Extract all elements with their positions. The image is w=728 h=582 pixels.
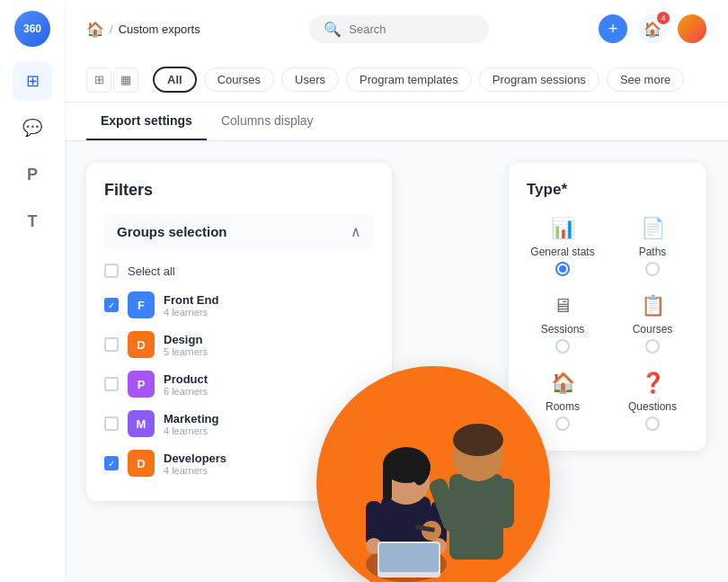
paths-label: Paths	[639, 246, 667, 258]
group-info-design: Design 5 learners	[164, 333, 374, 357]
search-icon: 🔍	[324, 21, 342, 38]
sidebar: 360 ⊞ 💬 P T	[0, 0, 65, 582]
filter-bar: ⊞ ▦ All Courses Users Program templates …	[65, 58, 728, 103]
filters-title: Filters	[104, 181, 374, 200]
home-icon: ⊞	[26, 71, 40, 91]
group-avatar-product: P	[128, 371, 155, 398]
search-input[interactable]	[349, 22, 475, 36]
type-item-questions[interactable]: ❓ Questions	[617, 372, 688, 431]
filter-program-templates[interactable]: Program templates	[346, 67, 472, 92]
group-name-design: Design	[164, 333, 374, 346]
general-stats-radio[interactable]	[555, 262, 570, 276]
rooms-radio[interactable]	[555, 416, 570, 431]
breadcrumb-current: Custom exports	[119, 22, 200, 36]
type-item-sessions[interactable]: 🖥 Sessions	[527, 294, 599, 354]
questions-icon: ❓	[641, 372, 665, 395]
sidebar-item-p[interactable]: P	[13, 155, 52, 194]
tabs: Export settings Columns display	[65, 103, 728, 141]
groups-selection-header[interactable]: Groups selection ∧	[104, 214, 374, 249]
tab-columns-display[interactable]: Columns display	[207, 103, 328, 140]
groups-selection-title: Groups selection	[117, 224, 227, 239]
group-checkbox-design[interactable]	[104, 337, 119, 352]
svg-point-14	[453, 424, 503, 456]
search-bar[interactable]: 🔍	[309, 15, 489, 43]
courses-icon: 📋	[641, 294, 665, 318]
group-avatar-frontend: F	[128, 291, 155, 318]
type-item-paths[interactable]: 📄 Paths	[617, 217, 688, 276]
paths-icon: 📄	[641, 217, 665, 240]
sidebar-item-chat[interactable]: 💬	[13, 108, 52, 148]
type-item-courses[interactable]: 📋 Courses	[617, 294, 688, 354]
group-row-product: P Product 6 learners	[104, 364, 374, 404]
courses-radio[interactable]	[645, 339, 660, 354]
tab-export-settings[interactable]: Export settings	[86, 103, 207, 140]
paths-radio[interactable]	[645, 262, 660, 276]
header-actions: + 🏠 4	[599, 14, 706, 43]
filter-all[interactable]: All	[153, 67, 197, 93]
breadcrumb: 🏠 / Custom exports	[86, 21, 200, 38]
group-row-design: D Design 5 learners	[104, 325, 374, 364]
group-info-product: Product 6 learners	[164, 372, 374, 397]
sessions-radio[interactable]	[555, 339, 570, 354]
questions-label: Questions	[628, 400, 677, 413]
select-all-checkbox[interactable]	[104, 264, 119, 278]
select-all-row: Select all	[104, 260, 374, 285]
sidebar-logo[interactable]: 360	[14, 11, 50, 47]
group-name-frontend: Front End	[164, 293, 374, 307]
chat-icon: 💬	[22, 118, 42, 138]
questions-radio[interactable]	[645, 416, 660, 431]
group-name-product: Product	[164, 372, 374, 386]
group-count-frontend: 4 learners	[164, 307, 374, 318]
header: 🏠 / Custom exports 🔍 + 🏠 4	[65, 0, 728, 58]
general-stats-label: General stats	[530, 246, 594, 258]
sidebar-item-t[interactable]: T	[13, 201, 52, 241]
filter-see-more[interactable]: See more	[607, 67, 684, 92]
group-count-product: 6 learners	[164, 386, 374, 397]
general-stats-icon: 📊	[551, 217, 575, 240]
rooms-icon: 🏠	[551, 372, 575, 395]
p-label: P	[27, 166, 38, 184]
type-grid: 📊 General stats 📄 Paths 🖥 Sessions 📋	[527, 217, 688, 431]
filter-courses[interactable]: Courses	[204, 67, 274, 92]
sessions-label: Sessions	[541, 323, 585, 336]
add-button[interactable]: +	[599, 14, 627, 43]
view-toggle: ⊞ ▦	[86, 67, 138, 93]
svg-rect-4	[383, 465, 392, 501]
group-avatar-developers: D	[128, 450, 155, 477]
type-item-general-stats[interactable]: 📊 General stats	[527, 217, 599, 276]
breadcrumb-home-icon: 🏠	[86, 21, 104, 38]
type-item-rooms[interactable]: 🏠 Rooms	[527, 372, 599, 431]
type-title: Type*	[527, 181, 688, 199]
sessions-icon: 🖥	[553, 294, 573, 318]
group-info-frontend: Front End 4 learners	[164, 293, 374, 318]
group-checkbox-marketing[interactable]	[104, 416, 119, 431]
main-area: 🏠 / Custom exports 🔍 + 🏠 4 ⊞ ▦ All Cours…	[65, 0, 728, 582]
filter-users[interactable]: Users	[281, 67, 339, 92]
group-checkbox-developers[interactable]: ✓	[104, 456, 119, 470]
group-avatar-design: D	[128, 331, 155, 358]
type-card: Type* 📊 General stats 📄 Paths 🖥 Sessions	[509, 163, 706, 451]
notification-button[interactable]: 🏠 4	[638, 14, 667, 43]
t-label: T	[28, 212, 38, 231]
chevron-up-icon: ∧	[351, 223, 361, 240]
group-checkbox-frontend[interactable]: ✓	[104, 298, 119, 312]
content: Filters Groups selection ∧ Select all ✓ …	[65, 141, 728, 582]
group-checkbox-product[interactable]	[104, 377, 119, 391]
group-avatar-marketing: M	[128, 410, 155, 437]
svg-rect-11	[379, 543, 439, 572]
breadcrumb-separator: /	[110, 22, 113, 36]
bar-view-button[interactable]: ▦	[113, 67, 138, 93]
user-avatar[interactable]	[678, 14, 706, 43]
svg-rect-16	[496, 479, 514, 528]
filter-program-sessions[interactable]: Program sessions	[479, 67, 599, 92]
courses-label: Courses	[633, 323, 673, 336]
sidebar-item-home[interactable]: ⊞	[13, 61, 52, 101]
notification-badge: 4	[657, 12, 670, 24]
rooms-label: Rooms	[546, 400, 580, 413]
select-all-label: Select all	[128, 264, 175, 278]
grid-view-button[interactable]: ⊞	[86, 67, 111, 93]
group-row-frontend: ✓ F Front End 4 learners	[104, 285, 374, 325]
group-count-design: 5 learners	[164, 346, 374, 357]
